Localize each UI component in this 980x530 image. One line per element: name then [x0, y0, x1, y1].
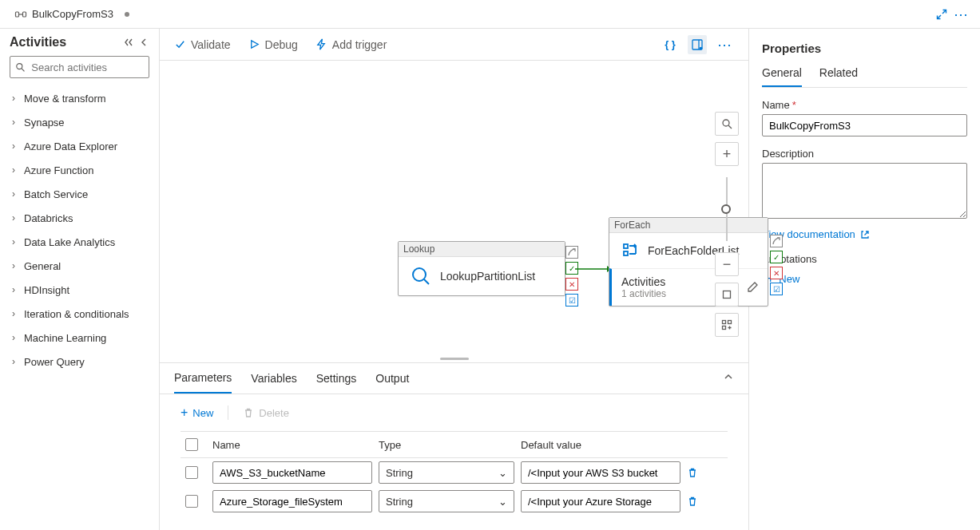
tree-item-azure-function[interactable]: ›Azure Function — [10, 158, 149, 182]
foreach-node-type: ForEach — [609, 218, 768, 233]
tab-parameters[interactable]: Parameters — [174, 371, 232, 394]
col-name: Name — [212, 439, 372, 451]
canvas-search-icon[interactable] — [715, 112, 739, 136]
lookup-connectors: ✓ ✕ ☑ — [565, 246, 578, 307]
param-default-input[interactable] — [521, 461, 680, 484]
parameters-table: Name Type Default value String⌄ — [160, 431, 748, 530]
add-trigger-button[interactable]: Add trigger — [315, 38, 387, 51]
activities-search[interactable] — [10, 56, 149, 78]
param-row: String⌄ — [181, 487, 728, 516]
more-icon[interactable]: ⋯ — [951, 5, 970, 24]
prop-description-input[interactable] — [762, 163, 967, 219]
foreach-activity-node[interactable]: ForEach ForEachFolderList Activities — [609, 217, 768, 307]
param-new-button[interactable]: + New — [181, 405, 213, 420]
connector-complete-icon[interactable]: ☑ — [770, 283, 783, 295]
svg-rect-0 — [16, 12, 19, 17]
param-type-select[interactable]: String⌄ — [379, 490, 514, 512]
connector-complete-icon[interactable]: ☑ — [565, 294, 578, 307]
tree-item-data-lake-analytics[interactable]: ›Data Lake Analytics — [10, 230, 149, 254]
chevron-right-icon: › — [10, 164, 18, 176]
foreach-connectors: ✓ ✕ ☑ — [770, 235, 783, 295]
lookup-node-title: LookupPartitionList — [440, 270, 535, 283]
tree-item-synapse[interactable]: ›Synapse — [10, 110, 149, 134]
param-name-input[interactable] — [212, 490, 372, 512]
zoom-slider[interactable] — [715, 172, 739, 246]
chevron-right-icon: › — [10, 260, 18, 271]
annotations-heading: Annotations — [762, 253, 967, 265]
properties-heading: Properties — [762, 42, 967, 55]
pipeline-canvas[interactable]: Lookup LookupPartitionList ✓ ✕ ☑ — [160, 61, 748, 354]
properties-panel-toggle-icon[interactable] — [688, 35, 707, 54]
tab-variables[interactable]: Variables — [251, 372, 296, 393]
lookup-icon — [410, 265, 432, 287]
prop-tab-general[interactable]: General — [762, 66, 802, 87]
chevron-right-icon: › — [10, 117, 18, 128]
tab-settings[interactable]: Settings — [316, 372, 357, 393]
expand-icon[interactable] — [932, 5, 951, 24]
param-row-checkbox[interactable] — [185, 466, 198, 479]
chevron-right-icon: › — [10, 236, 18, 247]
svg-point-8 — [723, 120, 729, 126]
param-default-input[interactable] — [521, 490, 680, 512]
param-name-input[interactable] — [212, 461, 372, 484]
chevron-right-icon: › — [10, 332, 18, 343]
chevron-right-icon: › — [10, 140, 18, 152]
tree-item-machine-learning[interactable]: ›Machine Learning — [10, 326, 149, 350]
svg-rect-7 — [624, 251, 628, 255]
tree-item-iteration-conditionals[interactable]: ›Iteration & conditionals — [10, 302, 149, 326]
param-row-checkbox[interactable] — [185, 495, 198, 508]
foreach-activities-count: 1 activities — [621, 288, 666, 299]
chevron-right-icon: › — [10, 188, 18, 200]
tree-item-general[interactable]: ›General — [10, 254, 149, 278]
foreach-icon — [621, 241, 640, 260]
json-view-icon[interactable]: { } — [661, 35, 680, 54]
prop-name-input[interactable] — [762, 114, 967, 136]
param-delete-row-icon[interactable] — [687, 467, 719, 478]
connector-fail-icon[interactable]: ✕ — [770, 267, 783, 279]
activities-heading: Activities — [10, 35, 66, 49]
activities-collapse-icon[interactable] — [124, 37, 135, 48]
svg-rect-6 — [624, 244, 628, 248]
validate-button[interactable]: Validate — [174, 38, 231, 51]
zoom-out-icon[interactable]: − — [715, 252, 739, 276]
zoom-fit-icon[interactable] — [715, 283, 739, 307]
tree-item-databricks[interactable]: ›Databricks — [10, 206, 149, 230]
required-asterisk-icon: * — [792, 99, 796, 111]
collapse-panel-icon[interactable] — [723, 371, 734, 382]
param-select-all-checkbox[interactable] — [185, 438, 198, 451]
param-type-select[interactable]: String⌄ — [379, 461, 514, 484]
unsaved-dot-icon — [125, 12, 129, 17]
tree-item-batch-service[interactable]: ›Batch Service — [10, 182, 149, 206]
lookup-activity-node[interactable]: Lookup LookupPartitionList — [398, 241, 565, 296]
connector-skip-icon[interactable] — [565, 246, 578, 259]
edit-activities-icon[interactable] — [747, 282, 758, 293]
connector-skip-icon[interactable] — [770, 235, 783, 247]
canvas-more-icon[interactable]: ⋯ — [715, 35, 734, 54]
canvas-toolbar: Validate Debug Add trigger { } ⋯ — [160, 29, 748, 61]
param-row: String⌄ — [181, 458, 728, 487]
panel-resizer[interactable] — [160, 354, 748, 362]
param-delete-row-icon[interactable] — [687, 496, 719, 507]
tree-item-power-query[interactable]: ›Power Query — [10, 350, 149, 374]
auto-align-icon[interactable] — [715, 313, 739, 337]
tree-item-azure-data-explorer[interactable]: ›Azure Data Explorer — [10, 134, 149, 158]
svg-rect-11 — [728, 321, 732, 324]
lookup-node-type: Lookup — [399, 242, 565, 257]
tree-item-move-transform[interactable]: ›Move & transform — [10, 86, 149, 110]
connector-success-icon[interactable]: ✓ — [770, 251, 783, 263]
tab-output[interactable]: Output — [375, 372, 409, 393]
pipeline-tab-bar: BulkCopyFromS3 ⋯ — [0, 0, 980, 29]
activities-search-input[interactable] — [30, 61, 144, 74]
debug-button[interactable]: Debug — [248, 38, 298, 51]
zoom-in-icon[interactable]: + — [715, 142, 739, 166]
add-annotation-button[interactable]: + New — [767, 271, 967, 286]
check-icon — [174, 38, 186, 50]
svg-point-4 — [700, 46, 703, 49]
tree-item-hdinsight[interactable]: ›HDInsight — [10, 278, 149, 302]
prop-tab-related[interactable]: Related — [819, 66, 858, 87]
chevron-right-icon: › — [10, 212, 18, 223]
activities-panel: Activities ›Move & transform ›Synapse ›A… — [0, 29, 160, 530]
activities-dock-icon[interactable] — [138, 37, 149, 48]
pipeline-tab[interactable]: BulkCopyFromS3 — [10, 5, 134, 24]
connector-fail-icon[interactable]: ✕ — [565, 278, 578, 291]
